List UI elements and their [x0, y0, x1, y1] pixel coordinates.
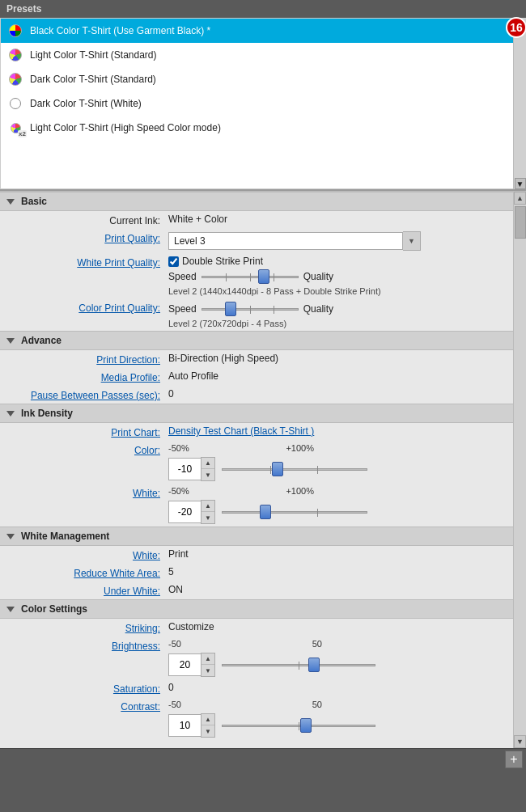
bottom-bar: + — [0, 748, 526, 769]
add-button[interactable]: + — [505, 751, 523, 768]
advance-section-header[interactable]: Advance — [0, 331, 513, 350]
contrast-spinbox-wrapper: ▲ ▼ — [168, 713, 215, 738]
color-quality-sub: Level 2 (720x720dpi - 4 Pass) — [168, 319, 507, 328]
white-speed-quality-slider-row: Speed Quality — [168, 270, 507, 283]
brightness-spin-up[interactable]: ▲ — [201, 653, 214, 665]
brightness-spinbox-wrapper: ▲ ▼ — [168, 653, 215, 677]
scroll-thumb[interactable] — [515, 206, 526, 239]
contrast-spin-down[interactable]: ▼ — [201, 725, 214, 737]
color-plus-label: +100% — [286, 443, 314, 453]
preset-label: Light Color T-Shirt (High Speed Color mo… — [30, 122, 221, 133]
color-settings-header-label: Color Settings — [21, 603, 87, 615]
current-ink-row: Current Ink: White + Color — [0, 211, 513, 229]
color-spin-down[interactable]: ▼ — [201, 469, 214, 480]
contrast-spinbox[interactable] — [168, 714, 201, 737]
print-quality-input[interactable] — [168, 232, 403, 250]
color-speed-label: Speed — [168, 303, 197, 315]
ink-density-section-header[interactable]: Ink Density — [0, 404, 513, 423]
basic-section-header[interactable]: Basic — [0, 192, 513, 211]
bottom-padding — [0, 740, 513, 748]
color-density-row: Color: -50% +100% ▲ ▼ — [0, 441, 513, 484]
media-profile-row: Media Profile: Auto Profile — [0, 368, 513, 386]
settings-panel: Basic Current Ink: White + Color Print Q… — [0, 191, 526, 748]
color-print-quality-label[interactable]: Color Print Quality: — [6, 301, 168, 314]
contrast-pct-labels: -50 50 — [168, 700, 322, 709]
circle-empty-icon — [7, 95, 23, 112]
white-density-slider[interactable] — [222, 504, 367, 520]
white-mgmt-white-value: Print — [168, 548, 507, 560]
media-profile-value: Auto Profile — [168, 370, 507, 382]
pause-label[interactable]: Pause Between Passes (sec): — [6, 388, 168, 401]
brightness-label[interactable]: Brightness: — [6, 639, 168, 652]
list-item[interactable]: Dark Color T-Shirt (Standard) — [1, 67, 525, 91]
white-mgmt-white-label[interactable]: White: — [6, 548, 168, 561]
advance-header-label: Advance — [21, 335, 62, 346]
print-chart-label[interactable]: Print Chart: — [6, 425, 168, 438]
pause-value: 0 — [168, 388, 507, 400]
presets-list: Black Color T-Shirt (Use Garment Black) … — [0, 18, 526, 189]
double-strike-checkbox-row: Double Strike Print — [168, 256, 507, 267]
list-item[interactable]: x2 Light Color T-Shirt (High Speed Color… — [1, 116, 525, 140]
brightness-spinbox[interactable] — [168, 653, 201, 676]
quality-label: Quality — [303, 271, 333, 282]
multi-color-icon — [7, 23, 23, 39]
color-density-label[interactable]: Color: — [6, 443, 168, 456]
contrast-plus-label: 50 — [312, 700, 322, 709]
contrast-slider[interactable] — [222, 717, 375, 734]
white-quality-slider[interactable] — [201, 270, 299, 283]
saturation-row: Saturation: 0 — [0, 679, 513, 697]
settings-scrollbar[interactable]: ▲ ▼ — [513, 192, 526, 748]
white-spin-down[interactable]: ▼ — [201, 512, 214, 523]
print-quality-label[interactable]: Print Quality: — [6, 231, 168, 244]
white-spin-up[interactable]: ▲ — [201, 501, 214, 512]
white-density-row: White: -50% +100% ▲ ▼ — [0, 484, 513, 527]
color-density-slider[interactable] — [222, 461, 367, 477]
reduce-white-value: 5 — [168, 566, 507, 577]
ink-density-collapse-icon — [6, 411, 15, 417]
color-spin-up[interactable]: ▲ — [201, 458, 214, 469]
white-spinbox-wrapper: ▲ ▼ — [168, 500, 215, 524]
saturation-label[interactable]: Saturation: — [6, 682, 168, 695]
brightness-slider[interactable] — [222, 657, 375, 673]
white-density-label[interactable]: White: — [6, 486, 168, 499]
presets-scrollbar[interactable]: ▼ — [513, 18, 526, 189]
print-direction-row: Print Direction: Bi-Direction (High Spee… — [0, 350, 513, 368]
color-spinbox-arrows: ▲ ▼ — [201, 457, 215, 481]
print-direction-label[interactable]: Print Direction: — [6, 353, 168, 366]
contrast-spin-up[interactable]: ▲ — [201, 714, 214, 725]
list-item[interactable]: Light Color T-Shirt (Standard) — [1, 43, 525, 67]
reduce-white-label[interactable]: Reduce White Area: — [6, 566, 168, 579]
multi-color-small-icon — [7, 47, 23, 63]
striking-label[interactable]: Striking: — [6, 621, 168, 634]
color-spinbox[interactable] — [168, 458, 201, 480]
list-item[interactable]: Black Color T-Shirt (Use Garment Black) … — [1, 19, 525, 43]
white-print-quality-label[interactable]: White Print Quality: — [6, 256, 168, 269]
under-white-label[interactable]: Under White: — [6, 584, 168, 597]
presets-panel: Presets Black Color T-Shirt (Use Garment… — [0, 0, 526, 191]
scroll-track — [514, 240, 526, 735]
scroll-up-btn[interactable]: ▲ — [514, 192, 526, 205]
color-quality-slider[interactable] — [201, 302, 299, 315]
preset-label: Light Color T-Shirt (Standard) — [30, 49, 157, 61]
double-strike-checkbox[interactable] — [168, 256, 179, 267]
list-item[interactable]: Dark Color T-Shirt (White) — [1, 91, 525, 116]
print-chart-link[interactable]: Density Test Chart (Black T-Shirt ) — [168, 425, 507, 437]
print-quality-dropdown-arrow[interactable] — [403, 231, 421, 251]
white-density-pct-labels: -50% +100% — [168, 486, 314, 496]
current-ink-label: Current Ink: — [6, 214, 168, 226]
print-chart-row: Print Chart: Density Test Chart (Black T… — [0, 423, 513, 441]
white-mgmt-section-header[interactable]: White Management — [0, 527, 513, 546]
white-plus-label: +100% — [286, 486, 314, 496]
presets-title: Presets — [6, 3, 41, 15]
scroll-down-btn[interactable]: ▼ — [514, 735, 526, 748]
contrast-label[interactable]: Contrast: — [6, 700, 168, 713]
color-settings-section-header[interactable]: Color Settings — [0, 599, 513, 619]
brightness-spin-down[interactable]: ▼ — [201, 665, 214, 676]
white-spinbox[interactable] — [168, 501, 201, 523]
contrast-spinbox-arrows: ▲ ▼ — [201, 713, 215, 738]
presets-header: Presets — [0, 0, 526, 18]
ink-density-header-label: Ink Density — [21, 408, 73, 419]
scroll-down-arrow[interactable]: ▼ — [515, 178, 526, 189]
brightness-pct-labels: -50 50 — [168, 639, 322, 649]
media-profile-label[interactable]: Media Profile: — [6, 370, 168, 383]
